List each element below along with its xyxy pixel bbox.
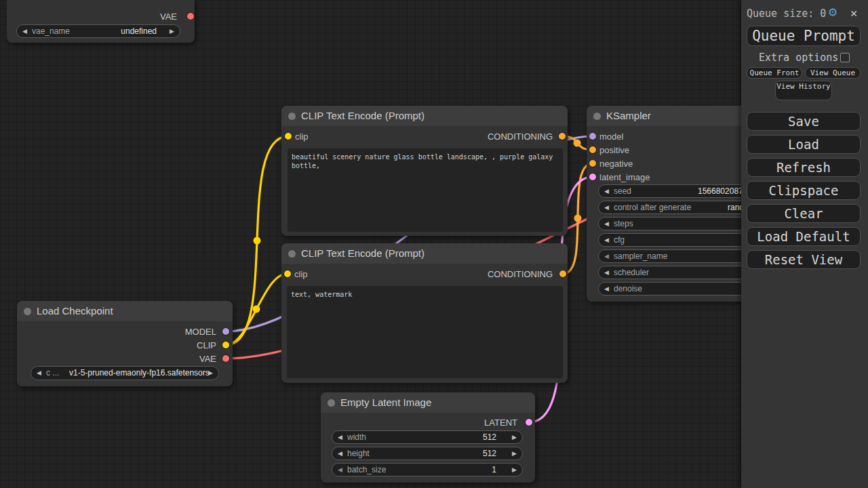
collapse-dot-icon[interactable] [288,113,296,120]
positive-input-dot[interactable] [589,146,596,153]
node-title-bar[interactable]: CLIP Text Encode (Prompt) [281,106,568,126]
comfy-menu-panel: Queue size: 0 ⚙ ✕ Queue Prompt Extra opt… [741,0,868,488]
queue-front-button[interactable]: Queue Front [747,67,802,79]
node-graph-canvas[interactable]: VAE ◀ vae_name undefined ▶ CLIP Text Enc… [0,0,868,488]
prompt-textarea[interactable]: text, watermark [287,286,563,378]
widget-value: 1 [492,464,496,476]
link-dot [574,215,582,222]
collapse-dot-icon[interactable] [24,308,31,315]
conditioning-output-label: CONDITIONING [488,131,553,142]
conditioning-output-dot[interactable] [559,270,566,277]
node-title: CLIP Text Encode (Prompt) [301,243,425,264]
conditioning-output-label: CONDITIONING [488,269,553,279]
left-arrow-icon[interactable]: ◀ [604,266,609,279]
right-arrow-icon[interactable]: ▶ [512,464,517,476]
load-vae-node[interactable]: VAE ◀ vae_name undefined ▶ [7,0,195,43]
node-title-bar[interactable]: CLIP Text Encode (Prompt) [281,243,568,264]
node-title: Empty Latent Image [340,392,431,413]
view-history-button[interactable]: View History [775,81,832,100]
link-dot [253,306,260,313]
vae-output-label: VAE [160,12,177,22]
link-dot [254,237,261,245]
node-title: KSampler [606,106,651,126]
left-arrow-icon[interactable]: ◀ [338,464,342,476]
model-output-dot[interactable] [222,328,229,335]
clipspace-button[interactable]: Clipspace [747,181,861,200]
widget-label: steps [614,218,633,230]
link-dot [574,140,581,147]
settings-gear-icon[interactable]: ⚙ [829,5,837,18]
right-arrow-icon[interactable]: ▶ [512,447,517,460]
vae-name-widget[interactable]: ◀ vae_name undefined ▶ [16,24,180,38]
node-title-bar[interactable]: Empty Latent Image [321,392,535,413]
left-arrow-icon[interactable]: ◀ [604,185,609,197]
queue-prompt-button[interactable]: Queue Prompt [747,26,861,46]
refresh-button[interactable]: Refresh [747,158,861,177]
node-title-bar[interactable]: Load Checkpoint [17,301,233,321]
clip-text-encode-positive-node[interactable]: CLIP Text Encode (Prompt) clip CONDITION… [281,106,568,236]
clip-input-dot[interactable] [284,270,291,277]
widget-label: control after generate [614,201,691,214]
collapse-dot-icon[interactable] [328,399,335,407]
latent-input-label: latent_image [599,172,650,182]
view-queue-button[interactable]: View Queue [805,67,861,79]
clear-button[interactable]: Clear [747,204,861,223]
extra-options-checkbox[interactable] [840,53,850,62]
widget-label: scheduler [614,266,649,279]
left-arrow-icon[interactable]: ◀ [22,25,27,37]
right-arrow-icon[interactable]: ▶ [208,367,213,379]
latent-output-dot[interactable] [526,419,532,426]
extra-options-label: Extra options [759,52,838,64]
left-arrow-icon[interactable]: ◀ [604,218,609,230]
height-widget[interactable]: ◀ height 512 ▶ [332,447,523,460]
clip-input-dot[interactable] [285,133,292,140]
model-input-label: model [599,131,623,142]
model-output-label: MODEL [185,327,216,337]
widget-label: cfg [614,234,625,247]
left-arrow-icon[interactable]: ◀ [604,250,609,262]
collapse-dot-icon[interactable] [593,113,601,120]
left-arrow-icon[interactable]: ◀ [604,201,609,214]
clip-output-dot[interactable] [222,342,229,348]
latent-input-dot[interactable] [589,174,596,180]
load-checkpoint-node[interactable]: Load Checkpoint MODEL CLIP VAE ◀ c ... v… [17,301,233,386]
conditioning-output-dot[interactable] [559,133,566,140]
width-widget[interactable]: ◀ width 512 ▶ [332,430,523,444]
negative-input-label: negative [599,159,633,169]
widget-label: denoise [614,283,642,296]
negative-input-dot[interactable] [589,160,596,167]
vae-output-dot[interactable] [222,355,229,362]
collapse-dot-icon[interactable] [288,250,296,258]
widget-value: 512 [483,447,496,460]
save-button[interactable]: Save [747,112,861,131]
model-input-dot[interactable] [589,133,596,140]
left-arrow-icon[interactable]: ◀ [338,431,342,443]
clip-text-encode-negative-node[interactable]: CLIP Text Encode (Prompt) clip CONDITION… [281,243,568,383]
widget-value: 512 [483,431,496,444]
clip-output-label: CLIP [197,340,216,350]
ckpt-name-widget[interactable]: ◀ c ... v1-5-pruned-emaonly-fp16.safeten… [31,366,219,380]
widget-value: undefined [121,25,157,38]
widget-label: sampler_name [614,250,667,263]
right-arrow-icon[interactable]: ▶ [512,431,517,443]
load-button[interactable]: Load [747,135,861,154]
empty-latent-image-node[interactable]: Empty Latent Image LATENT ◀ width 512 ▶ … [321,392,535,483]
right-arrow-icon[interactable]: ▶ [170,25,174,37]
widget-label: vae_name [32,25,70,38]
left-arrow-icon[interactable]: ◀ [604,234,609,246]
node-title: Load Checkpoint [37,301,113,321]
positive-input-label: positive [599,145,629,155]
prompt-textarea[interactable]: beautiful scenery nature glass bottle la… [288,148,563,232]
clip-input-label: clip [294,269,308,279]
vae-output-dot[interactable] [187,13,194,20]
close-icon[interactable]: ✕ [850,6,857,20]
left-arrow-icon[interactable]: ◀ [604,283,609,295]
left-arrow-icon[interactable]: ◀ [338,447,342,460]
vae-output-label: VAE [199,354,216,364]
batch-size-widget[interactable]: ◀ batch_size 1 ▶ [332,463,523,476]
reset-view-button[interactable]: Reset View [747,250,861,269]
latent-output-label: LATENT [484,418,517,428]
left-arrow-icon[interactable]: ◀ [37,367,41,379]
load-default-button[interactable]: Load Default [747,227,861,246]
widget-label: c ... [46,367,59,380]
